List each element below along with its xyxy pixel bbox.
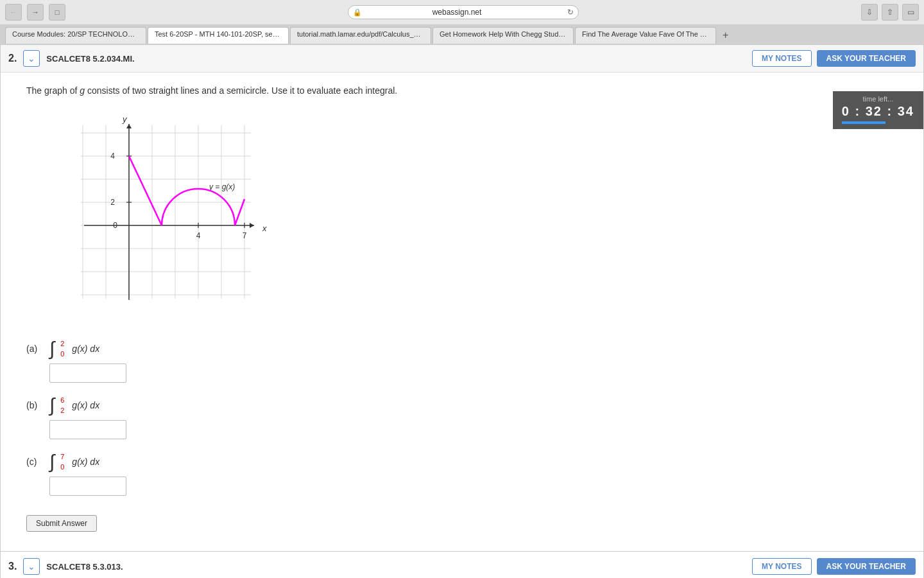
lock-icon: 🔒 [353,8,362,17]
address-bar: 🔒 ↻ [71,5,856,19]
reload-icon[interactable]: ↻ [567,8,574,17]
problem-2-wrapper: 2. ⌄ SCALCET8 5.2.034.MI. MY NOTES ASK Y… [0,44,924,552]
part-b-label: (b) [26,400,44,410]
svg-line-31 [235,199,244,225]
tab-0[interactable]: Course Modules: 20/SP TECHNOLOGY & DIGIT… [5,27,146,44]
timer-label: time left... [842,95,914,103]
tab-view-button[interactable]: □ [49,4,65,21]
problem-3-id: SCALCET8 5.3.013. [46,562,746,572]
url-input[interactable] [348,5,579,19]
header-buttons: MY NOTES ASK YOUR TEACHER [752,50,916,67]
integral-part-b: (b) ∫ 6 2 g(x) dx [26,396,898,439]
part-c-label: (c) [26,457,44,467]
address-wrapper: 🔒 ↻ [348,5,579,19]
integral-row-b: (b) ∫ 6 2 g(x) dx [26,396,898,415]
integral-expr-a: g(x) dx [72,344,99,354]
submit-answer-button[interactable]: Submit Answer [26,515,97,532]
svg-text:4: 4 [196,231,201,240]
integral-part-c: (c) ∫ 7 0 g(x) dx [26,452,898,496]
graph-container: y x [46,112,277,326]
answer-input-b[interactable] [49,420,126,439]
share-button[interactable]: ⇧ [882,4,898,21]
x-axis-label: x [262,223,267,233]
browser-chrome: ← → □ 🔒 ↻ ⇩ ⇧ ▭ Course Modules: 20/SP TE… [0,0,924,44]
problem-3-collapse-button[interactable]: ⌄ [23,558,40,575]
upper-a: 2 [60,340,64,347]
page-content: 2. ⌄ SCALCET8 5.2.034.MI. MY NOTES ASK Y… [0,44,924,578]
tabs-bar: Course Modules: 20/SP TECHNOLOGY & DIGIT… [0,24,924,44]
problem-3-stub: 3. ⌄ SCALCET8 5.3.013. MY NOTES ASK YOUR… [0,552,924,578]
integral-expr-b: g(x) dx [72,400,99,410]
browser-actions: ⇩ ⇧ ▭ [861,4,919,21]
svg-marker-18 [250,223,254,228]
ask-teacher-button[interactable]: ASK YOUR TEACHER [817,50,916,67]
problem-body: The graph of g consists of two straight … [1,73,923,551]
tab-4[interactable]: Find The Average Value Fave Of The Funct… [575,27,716,44]
answer-input-a[interactable] [49,363,126,383]
problem-description: The graph of g consists of two straight … [26,85,898,96]
timer-bar [842,121,886,124]
more-button[interactable]: ▭ [902,4,919,21]
lower-c: 0 [60,463,64,471]
integral-limits-c: 7 0 [60,453,64,471]
integral-row-a: (a) ∫ 2 0 g(x) dx [26,339,898,358]
integral-row-c: (c) ∫ 7 0 g(x) dx [26,452,898,471]
integral-expr-c: g(x) dx [72,457,99,467]
back-button[interactable]: ← [5,4,22,21]
upper-c: 7 [60,453,64,460]
problem-number: 2. [8,53,17,64]
integral-limits-b: 6 2 [60,396,64,414]
svg-line-30 [129,156,162,225]
y-axis-label: y [122,114,128,124]
integral-sign-c: ∫ [49,452,55,471]
upper-b: 6 [60,396,64,404]
collapse-button[interactable]: ⌄ [23,50,40,67]
download-button[interactable]: ⇩ [861,4,878,21]
problem-2-header-area: 2. ⌄ SCALCET8 5.2.034.MI. MY NOTES ASK Y… [1,45,923,73]
integral-sign-b: ∫ [49,396,55,415]
problem-3-number: 3. [8,561,17,572]
timer-value: 0 : 32 : 34 [842,104,914,119]
graph-svg: y x [46,112,277,324]
tab-3[interactable]: Get Homework Help With Chegg Study | Che… [432,27,574,44]
new-tab-button[interactable]: + [717,27,733,44]
forward-button[interactable]: → [27,4,44,21]
answer-input-c[interactable] [49,477,126,496]
integral-part-a: (a) ∫ 2 0 g(x) dx [26,339,898,383]
tab-1[interactable]: Test 6-20SP - MTH 140-101-20SP, section … [148,27,289,44]
svg-text:0: 0 [113,221,117,230]
part-a-label: (a) [26,344,44,354]
integral-sign-a: ∫ [49,339,55,358]
tab-2[interactable]: tutorial.math.lamar.edu/pdf/Calculus_Che… [290,27,431,44]
timer-overlay: time left... 0 : 32 : 34 [833,91,923,129]
svg-text:y = g(x): y = g(x) [209,182,235,191]
problem-3-ask-teacher-button[interactable]: ASK YOUR TEACHER [817,558,916,575]
svg-text:2: 2 [110,198,115,207]
problem-3-buttons: MY NOTES ASK YOUR TEACHER [752,558,916,575]
lower-b: 2 [60,407,64,414]
problem-id: SCALCET8 5.2.034.MI. [46,54,746,64]
my-notes-button[interactable]: MY NOTES [752,50,811,67]
problem-2-header: 2. ⌄ SCALCET8 5.2.034.MI. MY NOTES ASK Y… [1,45,923,73]
svg-marker-19 [126,124,132,128]
svg-text:7: 7 [243,231,247,240]
problem-3-my-notes-button[interactable]: MY NOTES [752,558,811,575]
svg-text:4: 4 [110,152,115,161]
lower-a: 0 [60,350,64,358]
browser-toolbar: ← → □ 🔒 ↻ ⇩ ⇧ ▭ [0,0,924,24]
integral-limits-a: 2 0 [60,340,64,358]
